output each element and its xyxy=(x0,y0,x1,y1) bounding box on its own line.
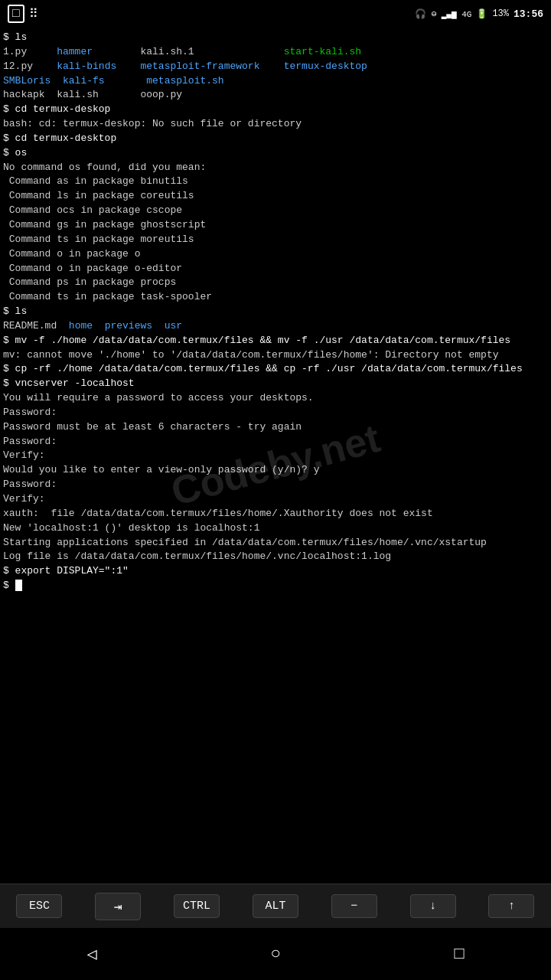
recent-apps-button[interactable]: □ xyxy=(439,937,479,972)
terminal-line: $ export DISPLAY=":1" xyxy=(3,564,548,579)
terminal-line: Command o in package o-editor xyxy=(3,262,548,276)
ctrl-key[interactable]: CTRL xyxy=(174,894,220,918)
terminal-line: Command o in package o xyxy=(3,247,548,262)
terminal-line: mv: cannot move './home' to '/data/data/… xyxy=(3,348,548,363)
terminal-line: Password: xyxy=(3,406,548,420)
nav-bar: ◁ ○ □ xyxy=(0,928,551,980)
terminal-content: $ ls1.py hammer kali.sh.1 start-kali.sh1… xyxy=(3,31,548,593)
time-display: 13:56 xyxy=(514,8,543,20)
terminal-line: Password: xyxy=(3,435,548,449)
terminal-line: Command as in package binutils xyxy=(3,175,548,189)
dash-key[interactable]: − xyxy=(331,894,377,918)
terminal-line: SMBLoris kali-fs metasploit.sh xyxy=(3,74,548,89)
terminal-line: 1.py hammer kali.sh.1 start-kali.sh xyxy=(3,45,548,60)
terminal-line: Password must be at least 6 characters -… xyxy=(3,420,548,435)
battery-percent: 13% xyxy=(492,8,509,19)
battery-icon: 🔋 xyxy=(476,8,487,20)
terminal-line: New 'localhost:1 ()' desktop is localhos… xyxy=(3,521,548,536)
terminal-line: 12.py kali-binds metasploit-framework te… xyxy=(3,60,548,74)
terminal-line: $ cp -rf ./home /data/data/com.termux/fi… xyxy=(3,362,548,377)
down-arrow-key[interactable]: ↓ xyxy=(410,894,456,918)
terminal-line: Log file is /data/data/com.termux/files/… xyxy=(3,550,548,564)
terminal-line: Password: xyxy=(3,478,548,492)
headphone-icon: 🎧 xyxy=(415,8,426,20)
home-button[interactable]: ○ xyxy=(255,937,295,972)
terminal-line: Command gs in package ghostscript xyxy=(3,218,548,233)
terminal-line: $ xyxy=(3,579,548,593)
tab-key[interactable]: ⇥ xyxy=(95,893,141,920)
terminal-line: Command ts in package moreutils xyxy=(3,233,548,247)
terminal-line: Command ocs in package cscope xyxy=(3,204,548,218)
terminal-line: $ ls xyxy=(3,305,548,319)
terminal-line: $ cd termux-desktop xyxy=(3,132,548,146)
terminal-line: $ ls xyxy=(3,31,548,45)
dots-icon: ⠿ xyxy=(29,6,38,21)
square-icon: □ xyxy=(8,5,24,23)
terminal-line: bash: cd: termux-deskop: No such file or… xyxy=(3,117,548,132)
terminal-line: You will require a password to access yo… xyxy=(3,391,548,406)
terminal-line: Verify: xyxy=(3,492,548,507)
terminal-line: hackapk kali.sh ooop.py xyxy=(3,88,548,103)
terminal-line: Starting applications specified in /data… xyxy=(3,536,548,550)
terminal-line: Would you like to enter a view-only pass… xyxy=(3,463,548,478)
terminal-cursor xyxy=(15,580,22,591)
up-arrow-key[interactable]: ↑ xyxy=(488,894,534,918)
keyboard-bar: ESC ⇥ CTRL ALT − ↓ ↑ xyxy=(0,884,551,928)
terminal-area[interactable]: Codeby.net $ ls1.py hammer kali.sh.1 sta… xyxy=(0,28,551,884)
terminal-line: $ vncserver -localhost xyxy=(3,377,548,391)
terminal-line: $ os xyxy=(3,146,548,161)
terminal-line: Command ls in package coreutils xyxy=(3,189,548,204)
terminal-line: xauth: file /data/data/com.termux/files/… xyxy=(3,507,548,521)
terminal-line: $ cd termux-deskop xyxy=(3,103,548,117)
terminal-line: Command ts in package task-spooler xyxy=(3,290,548,305)
terminal-line: Verify: xyxy=(3,449,548,463)
terminal-line: No command os found, did you mean: xyxy=(3,161,548,175)
back-button[interactable]: ◁ xyxy=(71,936,112,972)
terminal-line: Command ps in package procps xyxy=(3,276,548,290)
esc-key[interactable]: ESC xyxy=(16,894,62,918)
status-bar: □ ⠿ 🎧 ⊖ ▂▄▆ 4G 🔋 13% 13:56 xyxy=(0,0,551,28)
alt-key[interactable]: ALT xyxy=(253,894,298,918)
terminal-line: README.md home previews usr xyxy=(3,319,548,334)
signal-icon: ▂▄▆ 4G xyxy=(442,9,472,19)
minus-circle-icon: ⊖ xyxy=(431,8,436,20)
terminal-line: $ mv -f ./home /data/data/com.termux/fil… xyxy=(3,334,548,348)
